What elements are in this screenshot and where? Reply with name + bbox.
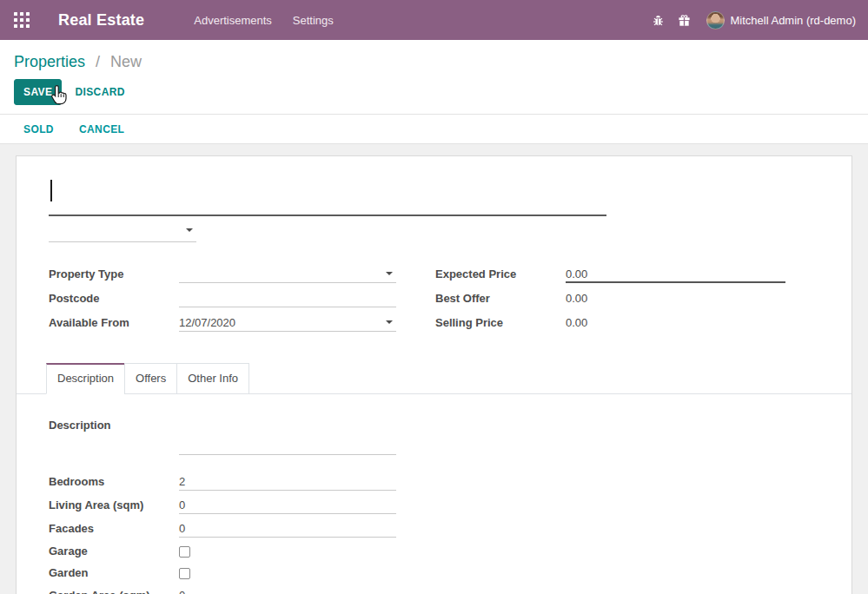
save-button[interactable]: SAVE <box>14 79 62 105</box>
bug-icon[interactable] <box>646 14 672 27</box>
bedrooms-label: Bedrooms <box>49 472 179 491</box>
chevron-down-icon <box>386 320 393 324</box>
field-column-right: Expected Price 0.00 Best Offer 0.00 Sell… <box>435 265 798 338</box>
field-row-description: Description <box>49 419 817 455</box>
field-row-garden-area: Garden Area (sqm) 0 <box>49 586 817 594</box>
field-row-available-from: Available From 12/07/2020 <box>49 314 435 332</box>
app-name[interactable]: Real Estate <box>58 11 144 30</box>
menu-advertisements[interactable]: Advertisements <box>194 11 272 30</box>
field-row-living-area: Living Area (sqm) 0 <box>49 496 817 514</box>
field-row-bedrooms: Bedrooms 2 <box>49 472 817 491</box>
description-input[interactable] <box>179 419 396 455</box>
facades-label: Facades <box>49 519 179 538</box>
navbar-menu: Advertisements Settings <box>194 11 334 30</box>
apps-grid-icon[interactable] <box>14 12 30 28</box>
field-row-garden: Garden <box>49 564 817 582</box>
field-row-postcode: Postcode <box>49 289 435 307</box>
tab-other-info[interactable]: Other Info <box>176 363 249 394</box>
garden-area-label: Garden Area (sqm) <box>49 586 179 594</box>
cancel-button[interactable]: CANCEL <box>79 123 124 135</box>
control-panel: Properties / New SAVE DISCARD <box>0 40 868 115</box>
tags-input[interactable] <box>49 219 196 242</box>
selling-price-value: 0.00 <box>566 314 785 332</box>
garden-area-input[interactable]: 0 <box>179 586 396 594</box>
discard-button[interactable]: DISCARD <box>75 86 124 98</box>
field-row-best-offer: Best Offer 0.00 <box>435 289 798 307</box>
property-name-input[interactable] <box>49 177 606 216</box>
property-type-label: Property Type <box>49 265 179 283</box>
breadcrumb-separator: / <box>96 53 100 70</box>
notebook-tabs: Description Offers Other Info <box>17 363 851 394</box>
living-area-value: 0 <box>179 498 185 512</box>
chevron-down-icon <box>386 272 393 275</box>
available-from-label: Available From <box>49 314 179 332</box>
facades-input[interactable]: 0 <box>179 519 396 538</box>
garden-checkbox[interactable] <box>179 568 190 579</box>
garage-checkbox[interactable] <box>179 546 190 558</box>
available-from-input[interactable]: 12/07/2020 <box>179 314 396 332</box>
garage-label: Garage <box>49 543 179 560</box>
menu-settings[interactable]: Settings <box>293 11 334 30</box>
living-area-label: Living Area (sqm) <box>49 496 179 514</box>
breadcrumb: Properties / New <box>14 52 854 71</box>
tab-offers[interactable]: Offers <box>124 363 177 394</box>
available-from-value: 12/07/2020 <box>179 316 235 329</box>
expected-price-value: 0.00 <box>566 267 587 280</box>
gift-icon[interactable] <box>672 14 698 27</box>
field-row-expected-price: Expected Price 0.00 <box>435 265 798 283</box>
field-row-selling-price: Selling Price 0.00 <box>435 314 798 332</box>
action-buttons: SAVE DISCARD <box>14 79 854 105</box>
property-type-input[interactable] <box>179 265 396 283</box>
postcode-label: Postcode <box>49 289 179 307</box>
bedrooms-input[interactable]: 2 <box>179 472 396 491</box>
field-row-garage: Garage <box>49 543 817 560</box>
living-area-input[interactable]: 0 <box>179 496 396 514</box>
form-view: Property Type Postcode Available From <box>0 144 868 594</box>
selling-price-label: Selling Price <box>435 314 566 332</box>
breadcrumb-properties[interactable]: Properties <box>14 53 85 70</box>
sold-button[interactable]: SOLD <box>23 123 54 135</box>
breadcrumb-new: New <box>110 53 142 70</box>
field-row-facades: Facades 0 <box>49 519 817 538</box>
avatar[interactable] <box>706 11 725 30</box>
form-sheet: Property Type Postcode Available From <box>16 155 852 594</box>
postcode-input[interactable] <box>179 289 396 307</box>
field-grid: Property Type Postcode Available From <box>49 265 817 338</box>
expected-price-input[interactable]: 0.00 <box>566 265 785 283</box>
chevron-down-icon <box>186 228 193 232</box>
text-cursor <box>50 180 52 201</box>
garden-label: Garden <box>49 564 179 582</box>
best-offer-value: 0.00 <box>566 289 785 307</box>
top-navbar: Real Estate Advertisements Settings <box>0 0 868 40</box>
tab-description[interactable]: Description <box>46 363 125 394</box>
field-row-property-type: Property Type <box>49 265 435 283</box>
form-statusbar: SOLD CANCEL <box>0 115 868 144</box>
field-column-left: Property Type Postcode Available From <box>49 265 435 338</box>
best-offer-label: Best Offer <box>435 289 566 307</box>
bedrooms-value: 2 <box>179 475 185 488</box>
garden-area-value: 0 <box>179 589 185 594</box>
tab-description-content: Description Bedrooms 2 Living Area (sqm)… <box>49 394 817 594</box>
description-label: Description <box>49 419 179 455</box>
navbar-right: Mitchell Admin (rd-demo) <box>646 11 857 30</box>
facades-value: 0 <box>179 522 185 535</box>
user-menu[interactable]: Mitchell Admin (rd-demo) <box>731 14 857 27</box>
expected-price-label: Expected Price <box>435 265 566 283</box>
